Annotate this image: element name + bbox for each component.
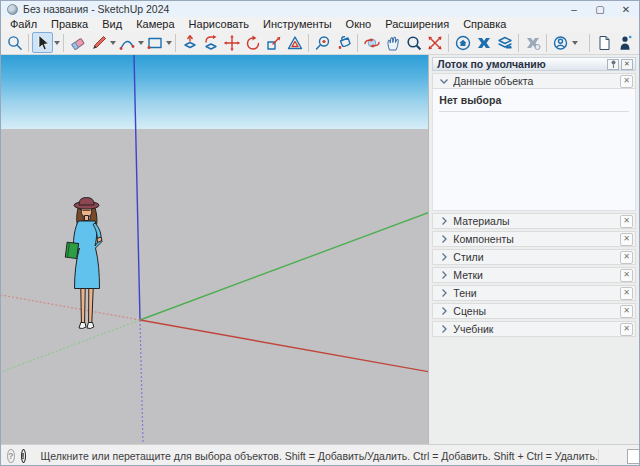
orbit-tool-button[interactable]	[361, 32, 382, 53]
arc-tool-button[interactable]	[116, 32, 137, 53]
zoom-icon	[405, 34, 423, 52]
follow-me-tool-button[interactable]	[200, 32, 221, 53]
window-title: Без названия - SketchUp 2024	[23, 3, 169, 15]
sign-in-button[interactable]	[550, 32, 571, 53]
geolocation-help-icon[interactable]: ?	[7, 449, 15, 463]
menu-view[interactable]: Вид	[95, 17, 129, 31]
add-location-button[interactable]	[494, 32, 515, 53]
toolbar-separator	[63, 34, 64, 52]
line-tool-button[interactable]	[88, 32, 109, 53]
chevron-down-icon	[110, 41, 116, 45]
zoom-extents-button[interactable]	[424, 32, 445, 53]
pin-icon	[610, 60, 617, 68]
menu-window[interactable]: Окно	[339, 17, 379, 31]
chevron-down-icon	[166, 41, 172, 45]
select-dropdown[interactable]	[53, 32, 60, 53]
orbit-icon	[363, 34, 381, 52]
tray-section-shadows[interactable]: Тени ✕	[432, 285, 636, 301]
close-button[interactable]: ✕	[613, 1, 639, 17]
eraser-tool-button[interactable]	[67, 32, 88, 53]
maximize-button[interactable]: ▢	[587, 1, 613, 17]
section-label: Метки	[453, 269, 620, 281]
scale-figure-person[interactable]	[61, 196, 113, 332]
tray-section-materials[interactable]: Материалы ✕	[432, 213, 636, 229]
extension-warehouse-button[interactable]	[473, 32, 494, 53]
chevron-down-icon	[438, 75, 450, 87]
section-close-button[interactable]: ✕	[620, 269, 633, 282]
arc-icon	[118, 34, 136, 52]
select-cursor-icon	[34, 34, 52, 52]
tray-section-scenes[interactable]: Сцены ✕	[432, 303, 636, 319]
toolbar-separator	[448, 34, 449, 52]
rectangle-dropdown[interactable]	[165, 32, 172, 53]
line-dropdown[interactable]	[109, 32, 116, 53]
menu-file[interactable]: Файл	[3, 17, 44, 31]
sketchup-logo-icon	[7, 4, 18, 15]
tray-section-styles[interactable]: Стили ✕	[432, 249, 636, 265]
menu-camera[interactable]: Камера	[129, 17, 181, 31]
select-tool-button[interactable]	[32, 32, 53, 53]
tray-section-components[interactable]: Компоненты ✕	[432, 231, 636, 247]
section-close-button[interactable]: ✕	[620, 305, 633, 318]
arc-dropdown[interactable]	[137, 32, 144, 53]
model-viewport[interactable]	[1, 55, 429, 444]
section-close-button[interactable]: ✕	[620, 233, 633, 246]
3d-warehouse-icon	[454, 34, 472, 52]
entity-info-close-button[interactable]: ✕	[620, 75, 633, 88]
person-button[interactable]	[614, 32, 635, 53]
push-pull-icon	[181, 34, 199, 52]
tray-pin-button[interactable]	[607, 59, 619, 70]
section-close-button[interactable]: ✕	[620, 215, 633, 228]
chevron-down-icon	[138, 41, 144, 45]
menu-tools[interactable]: Инструменты	[256, 17, 339, 31]
menu-extensions[interactable]: Расширения	[378, 17, 456, 31]
move-tool-button[interactable]	[221, 32, 242, 53]
search-tool-button[interactable]	[4, 32, 25, 53]
tray-section-tags[interactable]: Метки ✕	[432, 267, 636, 283]
chevron-down-icon	[572, 41, 578, 45]
offset-tool-button[interactable]	[284, 32, 305, 53]
menu-edit[interactable]: Правка	[44, 17, 95, 31]
chevron-right-icon	[438, 269, 450, 281]
search-icon	[6, 34, 24, 52]
eraser-icon	[69, 34, 87, 52]
measurements-input[interactable]	[627, 449, 640, 464]
tray-header[interactable]: Лоток по умолчанию ✕	[432, 57, 636, 71]
3d-warehouse-button[interactable]	[452, 32, 473, 53]
rectangle-tool-button[interactable]	[144, 32, 165, 53]
minimize-button[interactable]: –	[561, 1, 587, 17]
rectangle-icon	[146, 34, 164, 52]
title-bar: Без названия - SketchUp 2024 – ▢ ✕	[1, 1, 639, 17]
paint-bucket-tool-button[interactable]	[333, 32, 354, 53]
push-pull-tool-button[interactable]	[179, 32, 200, 53]
add-location-icon	[496, 34, 514, 52]
extension-manager-button[interactable]	[522, 32, 543, 53]
menu-draw[interactable]: Нарисовать	[182, 17, 256, 31]
chevron-right-icon	[438, 251, 450, 263]
sketchup-window: Без названия - SketchUp 2024 – ▢ ✕ Файл …	[0, 0, 640, 466]
extension-manager-icon	[524, 34, 542, 52]
new-document-button[interactable]	[593, 32, 614, 53]
section-close-button[interactable]: ✕	[620, 287, 633, 300]
section-label: Учебник	[453, 323, 620, 335]
section-close-button[interactable]: ✕	[620, 251, 633, 264]
pan-tool-button[interactable]	[382, 32, 403, 53]
menu-help[interactable]: Справка	[456, 17, 513, 31]
info-icon[interactable]: !	[21, 449, 26, 463]
rotate-tool-button[interactable]	[242, 32, 263, 53]
scale-tool-button[interactable]	[263, 32, 284, 53]
zoom-tool-button[interactable]	[403, 32, 424, 53]
chevron-right-icon	[438, 233, 450, 245]
section-close-button[interactable]: ✕	[620, 323, 633, 336]
entity-info-header[interactable]: Данные объекта ✕	[432, 73, 636, 89]
chevron-down-icon	[54, 41, 60, 45]
status-bar: ? ! Щелкните или перетащите для выбора о…	[1, 444, 639, 466]
tray-section-instructor[interactable]: Учебник ✕	[432, 321, 636, 337]
divider	[598, 449, 599, 463]
tray-close-button[interactable]: ✕	[621, 59, 633, 70]
toolbar-separator	[175, 34, 176, 52]
zoom-extents-icon	[426, 34, 444, 52]
sign-in-dropdown[interactable]	[571, 32, 578, 53]
getting-started-toolbar	[1, 31, 639, 55]
tape-measure-tool-button[interactable]	[312, 32, 333, 53]
